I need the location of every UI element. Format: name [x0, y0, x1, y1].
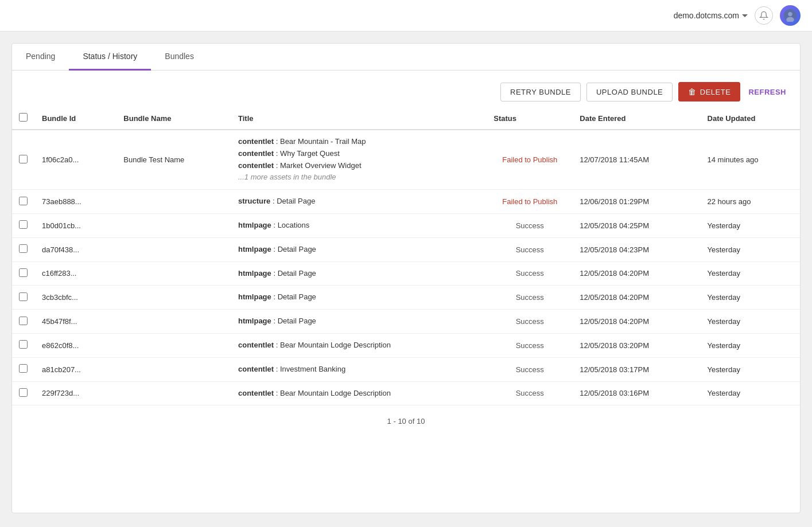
row-checkbox-cell[interactable] — [12, 286, 35, 310]
bundle-name-cell — [116, 286, 231, 310]
table-row: e862c0f8...contentlet : Bear Mountain Lo… — [12, 333, 800, 357]
bundle-id-cell: 1b0d01cb... — [35, 213, 116, 237]
tab-bundles[interactable]: Bundles — [151, 44, 208, 71]
bundle-id-cell: e862c0f8... — [35, 333, 116, 357]
title-cell: contentlet : Bear Mountain - Trail Mapco… — [231, 130, 487, 190]
bundle-name-cell — [116, 190, 231, 214]
title-line: structure : Detail Page — [238, 196, 480, 208]
col-status: Status — [487, 107, 573, 130]
bundle-id-cell: a81cb207... — [35, 357, 116, 381]
date-entered-cell: 12/07/2018 11:45AM — [573, 130, 700, 190]
row-checkbox[interactable] — [19, 220, 28, 229]
date-entered-cell: 12/05/2018 03:16PM — [573, 381, 700, 405]
row-checkbox-cell[interactable] — [12, 333, 35, 357]
title-line: htmlpage : Detail Page — [238, 244, 480, 256]
retry-bundle-button[interactable]: RETRY BUNDLE — [500, 83, 581, 102]
col-title: Title — [231, 107, 487, 130]
status-cell: Success — [487, 261, 573, 286]
date-updated-cell: 22 hours ago — [701, 190, 800, 214]
top-bar: demo.dotcms.com — [0, 0, 812, 32]
user-avatar[interactable] — [780, 5, 801, 26]
refresh-button[interactable]: REFRESH — [746, 83, 788, 101]
server-label: demo.dotcms.com — [674, 11, 739, 20]
notifications-bell[interactable] — [755, 6, 773, 25]
row-checkbox[interactable] — [19, 364, 28, 373]
row-checkbox-cell[interactable] — [12, 261, 35, 286]
server-selector[interactable]: demo.dotcms.com — [674, 11, 748, 20]
row-checkbox[interactable] — [19, 388, 28, 397]
col-date-entered: Date Entered — [573, 107, 700, 130]
select-all-checkbox[interactable] — [19, 113, 28, 122]
title-line: contentlet : Market Overview Widget — [238, 160, 480, 172]
title-cell: contentlet : Bear Mountain Lodge Descrip… — [231, 381, 487, 405]
row-checkbox[interactable] — [19, 317, 28, 325]
trash-icon: 🗑 — [688, 87, 697, 96]
tab-pending[interactable]: Pending — [12, 44, 69, 71]
table-row: da70f438...htmlpage : Detail PageSuccess… — [12, 237, 800, 261]
row-checkbox[interactable] — [19, 340, 28, 349]
row-checkbox[interactable] — [19, 292, 28, 301]
status-cell: Success — [487, 333, 573, 357]
row-checkbox-cell[interactable] — [12, 310, 35, 334]
title-line: htmlpage : Detail Page — [238, 268, 480, 280]
tabs-container: Pending Status / History Bundles — [12, 44, 800, 71]
title-line: htmlpage : Locations — [238, 220, 480, 232]
title-line: contentlet : Bear Mountain Lodge Descrip… — [238, 388, 480, 400]
bundle-name-cell — [116, 381, 231, 405]
bundle-name-cell: Bundle Test Name — [116, 130, 231, 190]
row-checkbox-cell[interactable] — [12, 237, 35, 261]
upload-bundle-button[interactable]: UPLOAD BUNDLE — [586, 83, 673, 102]
row-checkbox-cell[interactable] — [12, 381, 35, 405]
title-line: htmlpage : Detail Page — [238, 291, 480, 303]
bundle-id-cell: 73aeb888... — [35, 190, 116, 214]
title-line: htmlpage : Detail Page — [238, 315, 480, 327]
row-checkbox-cell[interactable] — [12, 213, 35, 237]
status-cell: Success — [487, 357, 573, 381]
title-cell: htmlpage : Detail Page — [231, 286, 487, 310]
more-assets-line: ...1 more assets in the bundle — [238, 171, 480, 184]
date-updated-cell: 14 minutes ago — [701, 130, 800, 190]
row-checkbox[interactable] — [19, 244, 28, 253]
bundle-id-cell: da70f438... — [35, 237, 116, 261]
status-cell: Success — [487, 381, 573, 405]
title-cell: htmlpage : Detail Page — [231, 310, 487, 334]
date-entered-cell: 12/05/2018 04:23PM — [573, 237, 700, 261]
bundle-name-cell — [116, 261, 231, 286]
bundle-id-cell: 3cb3cbfc... — [35, 286, 116, 310]
status-cell: Success — [487, 310, 573, 334]
status-cell: Success — [487, 213, 573, 237]
bundles-table: Bundle Id Bundle Name Title Status Date … — [12, 107, 800, 405]
date-entered-cell: 12/05/2018 04:20PM — [573, 261, 700, 286]
table-row: 1f06c2a0...Bundle Test Namecontentlet : … — [12, 130, 800, 190]
svg-point-1 — [788, 12, 792, 16]
bundle-name-cell — [116, 357, 231, 381]
bundle-id-cell: c16ff283... — [35, 261, 116, 286]
select-all-header[interactable] — [12, 107, 35, 130]
pagination: 1 - 10 of 10 — [12, 405, 800, 437]
date-updated-cell: Yesterday — [701, 333, 800, 357]
row-checkbox[interactable] — [19, 268, 28, 277]
status-cell: Failed to Publish — [487, 130, 573, 190]
title-line: contentlet : Bear Mountain - Trail Map — [238, 136, 480, 148]
tab-status-history[interactable]: Status / History — [69, 44, 151, 71]
date-updated-cell: Yesterday — [701, 357, 800, 381]
date-updated-cell: Yesterday — [701, 310, 800, 334]
row-checkbox-cell[interactable] — [12, 357, 35, 381]
row-checkbox-cell[interactable] — [12, 190, 35, 214]
table-row: 45b47f8f...htmlpage : Detail PageSuccess… — [12, 310, 800, 334]
date-entered-cell: 12/05/2018 04:25PM — [573, 213, 700, 237]
title-cell: structure : Detail Page — [231, 190, 487, 214]
title-line: contentlet : Why Target Quest — [238, 148, 480, 160]
bundle-id-cell: 45b47f8f... — [35, 310, 116, 334]
col-bundle-id: Bundle Id — [35, 107, 116, 130]
table-row: 3cb3cbfc...htmlpage : Detail PageSuccess… — [12, 286, 800, 310]
delete-button[interactable]: 🗑 DELETE — [678, 82, 740, 102]
date-entered-cell: 12/05/2018 04:20PM — [573, 310, 700, 334]
col-date-updated: Date Updated — [701, 107, 800, 130]
table-header-row: Bundle Id Bundle Name Title Status Date … — [12, 107, 800, 130]
row-checkbox-cell[interactable] — [12, 130, 35, 190]
row-checkbox[interactable] — [19, 197, 28, 205]
row-checkbox[interactable] — [19, 155, 28, 163]
date-updated-cell: Yesterday — [701, 261, 800, 286]
title-cell: contentlet : Bear Mountain Lodge Descrip… — [231, 333, 487, 357]
